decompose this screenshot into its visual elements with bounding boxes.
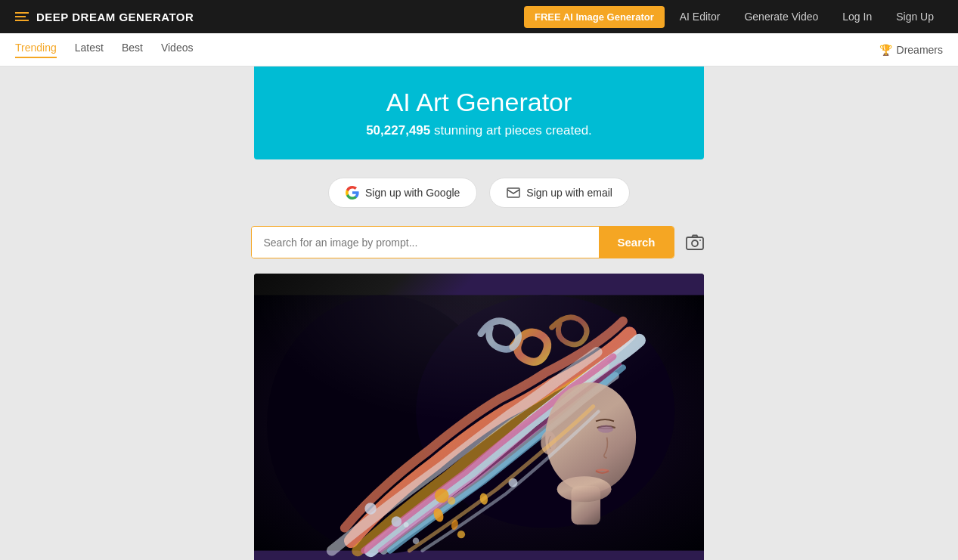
subnav: Trending Latest Best Videos 🏆 Dreamers <box>0 33 958 67</box>
search-section: Search <box>0 226 958 258</box>
tab-videos[interactable]: Videos <box>161 42 194 58</box>
search-container: Search <box>251 226 674 258</box>
trophy-icon: 🏆 <box>879 44 892 56</box>
email-icon <box>507 186 520 200</box>
search-button[interactable]: Search <box>599 227 673 258</box>
google-signup-label: Sign up with Google <box>365 187 460 199</box>
hero-subtitle-rest: stunning art pieces created. <box>430 123 592 138</box>
signup-button[interactable]: Sign Up <box>887 5 943 28</box>
hero-banner: AI Art Generator 50,227,495 stunning art… <box>254 67 704 159</box>
camera-icon <box>685 233 705 252</box>
svg-rect-23 <box>254 295 704 550</box>
navbar: DEEP DREAM GENERATOR FREE AI Image Gener… <box>0 0 958 33</box>
email-signup-button[interactable]: Sign up with email <box>489 178 630 208</box>
hero-count: 50,227,495 <box>366 123 430 138</box>
dreamers-label: Dreamers <box>897 44 943 56</box>
tab-trending[interactable]: Trending <box>15 42 57 58</box>
svg-point-2 <box>692 240 698 246</box>
navbar-right: FREE AI Image Generator AI Editor Genera… <box>524 5 943 28</box>
tab-best[interactable]: Best <box>122 42 143 58</box>
site-title: DEEP DREAM GENERATOR <box>36 11 194 23</box>
artwork-swirl <box>254 274 704 560</box>
google-signup-button[interactable]: Sign up with Google <box>328 178 477 208</box>
hero-title: AI Art Generator <box>284 88 674 117</box>
hero-subtitle: 50,227,495 stunning art pieces created. <box>284 123 674 138</box>
search-input[interactable] <box>252 227 600 258</box>
featured-image-container <box>254 274 704 560</box>
navbar-left: DEEP DREAM GENERATOR <box>15 11 194 23</box>
ai-editor-button[interactable]: AI Editor <box>671 5 730 28</box>
subnav-right: 🏆 Dreamers <box>879 44 943 56</box>
subnav-tabs: Trending Latest Best Videos <box>15 42 193 58</box>
login-button[interactable]: Log In <box>833 5 881 28</box>
menu-icon[interactable] <box>15 12 29 21</box>
svg-rect-1 <box>687 237 703 249</box>
featured-image <box>254 274 704 560</box>
svg-rect-0 <box>507 188 519 197</box>
tab-latest[interactable]: Latest <box>75 42 104 58</box>
free-ai-button[interactable]: FREE AI Image Generator <box>524 6 665 28</box>
signup-section: Sign up with Google Sign up with email <box>0 178 958 208</box>
main-content: AI Art Generator 50,227,495 stunning art… <box>0 67 958 560</box>
generate-video-button[interactable]: Generate Video <box>735 5 827 28</box>
google-icon <box>346 186 359 200</box>
svg-point-3 <box>699 240 701 241</box>
camera-search-button[interactable] <box>682 230 708 255</box>
email-signup-label: Sign up with email <box>526 187 612 199</box>
